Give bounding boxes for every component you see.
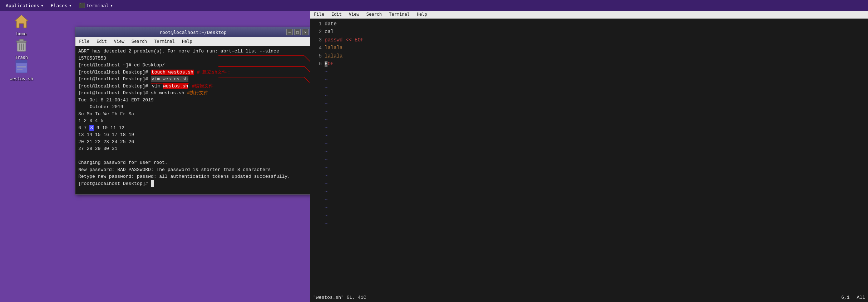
terminal-window-left: root@localhost:~/Desktop ─ □ ✕ File Edit…: [75, 27, 311, 195]
vim-tilde-18: ~: [310, 204, 868, 212]
svg-rect-3: [19, 39, 24, 41]
vim-tilde-char-3: ~: [325, 84, 327, 92]
vim-line-content-6: EOF: [325, 60, 334, 68]
vim-code-line-3: 3 passwd << EOF: [310, 36, 868, 44]
vim-tilde-4: ~: [310, 92, 868, 100]
vim-menu-help[interactable]: Help: [415, 11, 429, 17]
vim-linenum-t17: [310, 196, 322, 204]
vim-tilde-char-20: ~: [325, 220, 327, 228]
maximize-button[interactable]: □: [294, 29, 301, 35]
vim-tilde-char-7: ~: [325, 116, 327, 124]
svg-marker-0: [15, 15, 28, 28]
desktop-icon-home[interactable]: home: [7, 13, 36, 36]
vim-tilde-5: ~: [310, 100, 868, 108]
westos-label: westos.sh: [10, 76, 33, 81]
vim-tilde-char-19: ~: [325, 212, 327, 220]
vim-tilde-char-15: ~: [325, 180, 327, 188]
vim-tilde-char-4: ~: [325, 92, 327, 100]
menu-search[interactable]: Search: [130, 38, 148, 45]
vim-line-content-2: cal: [325, 28, 334, 36]
vim-linenum-t11: [310, 148, 322, 156]
vim-tilde-11: ~: [310, 148, 868, 156]
desktop-icon-trash[interactable]: Trash: [7, 36, 36, 60]
vim-tilde-10: ~: [310, 140, 868, 148]
vim-code-line-5: 5 lalala: [310, 52, 868, 60]
terminal-arrow-icon: ▾: [110, 3, 113, 8]
vim-menu-view[interactable]: View: [347, 11, 361, 17]
terminal-line-cal-row3: 13 14 15 16 17 18 19: [78, 131, 308, 139]
menu-edit[interactable]: Edit: [95, 38, 108, 45]
places-arrow-icon: ▾: [69, 3, 72, 8]
menu-file[interactable]: File: [78, 38, 91, 45]
terminal-line-date: Tue Oct 8 21:00:41 EDT 2019: [78, 97, 308, 104]
vim-status-right: 6,1 All: [841, 295, 865, 300]
vim-linenum-t19: [310, 212, 322, 220]
terminal-icon: ⬛: [79, 2, 85, 8]
vim-menu-edit[interactable]: Edit: [330, 11, 343, 17]
vim-menu-file[interactable]: File: [312, 11, 326, 17]
vim-linenum-t4: [310, 92, 322, 100]
terminal-line-changing: Changing password for user root.: [78, 159, 308, 166]
vim-status-filename: "westos.sh" 6L, 41C: [313, 295, 366, 300]
vim-linenum-t20: [310, 220, 322, 228]
vim-tilde-char-6: ~: [325, 108, 327, 116]
vim-linenum-t7: [310, 116, 322, 124]
terminal-line-cal-row5: 27 28 29 30 31: [78, 145, 308, 152]
vim-linenum-t3: [310, 84, 322, 92]
terminal-line-vim1: [root@localhost Desktop]# vim westos.sh: [78, 76, 308, 83]
vim-tilde-char-14: ~: [325, 172, 327, 180]
close-button[interactable]: ✕: [302, 29, 309, 35]
menu-view[interactable]: View: [113, 38, 126, 45]
terminal-line-cal-days: Su Mo Tu We Th Fr Sa: [78, 111, 308, 118]
taskbar-applications[interactable]: Applications ▾: [3, 2, 46, 9]
vim-tilde-12: ~: [310, 156, 868, 164]
vim-linenum-t2: [310, 76, 322, 84]
taskbar: Applications ▾ Places ▾ ⬛ Terminal ▾: [0, 0, 868, 11]
westos-svg: [14, 59, 29, 74]
menu-terminal[interactable]: Terminal: [153, 38, 176, 45]
vim-linenum-3: 3: [310, 36, 322, 44]
terminal-label: Terminal: [87, 3, 109, 8]
terminal-line-cd: [root@localhost ~]# cd Desktop/: [78, 62, 308, 69]
menu-help[interactable]: Help: [181, 38, 194, 45]
vim-line-content-3: passwd << EOF: [325, 36, 364, 44]
home-label: home: [16, 31, 27, 36]
vim-menubar: File Edit View Search Terminal Help: [310, 10, 868, 19]
vim-tilde-20: ~: [310, 220, 868, 228]
vim-tilde-char-16: ~: [325, 188, 327, 196]
places-label: Places: [51, 3, 68, 8]
vim-menu-terminal[interactable]: Terminal: [388, 11, 411, 17]
vim-tilde-6: ~: [310, 108, 868, 116]
terminal-line-sh: [root@localhost Desktop]# sh westos.sh #…: [78, 90, 308, 97]
vim-tilde-9: ~: [310, 132, 868, 140]
vim-linenum-6: 6: [310, 60, 322, 68]
minimize-button[interactable]: ─: [286, 29, 293, 35]
vim-code-line-4: 4 lalala: [310, 44, 868, 52]
vim-tilde-char-1: ~: [325, 68, 327, 76]
vim-code-line-2: 2 cal: [310, 28, 868, 36]
vim-linenum-t5: [310, 100, 322, 108]
vim-linenum-4: 4: [310, 44, 322, 52]
taskbar-terminal[interactable]: ⬛ Terminal ▾: [76, 2, 116, 9]
terminal-body[interactable]: ABRT has detected 2 problem(s). For more…: [75, 46, 311, 194]
taskbar-places[interactable]: Places ▾: [48, 2, 75, 9]
vim-menu-search[interactable]: Search: [365, 11, 383, 17]
vim-linenum-2: 2: [310, 28, 322, 36]
desktop-icon-westos[interactable]: westos.sh: [7, 58, 36, 81]
vim-linenum-1: 1: [310, 20, 322, 28]
vim-tilde-17: ~: [310, 196, 868, 204]
vim-content[interactable]: 1 date 2 cal 3 passwd << EOF 4 lalala 5 …: [310, 19, 868, 302]
terminal-line-cal-row1: 1 2 3 4 5: [78, 117, 308, 125]
vim-tilde-16: ~: [310, 188, 868, 196]
vim-linenum-t1: [310, 68, 322, 76]
vim-tilde-char-17: ~: [325, 196, 327, 204]
window-controls: ─ □ ✕: [286, 29, 309, 35]
terminal-menubar: File Edit View Search Terminal Help: [75, 37, 311, 46]
vim-linenum-t6: [310, 108, 322, 116]
vim-tilde-15: ~: [310, 180, 868, 188]
vim-editor-window: root@localhost:~/Desktop ─ □ ✕ File Edit…: [310, 0, 868, 302]
terminal-line-vim2: [root@localhost Desktop]# vim westos.sh …: [78, 83, 308, 90]
terminal-line-abrt: ABRT has detected 2 problem(s). For more…: [78, 48, 308, 62]
svg-rect-8: [16, 60, 27, 63]
applications-label: Applications: [6, 3, 39, 8]
